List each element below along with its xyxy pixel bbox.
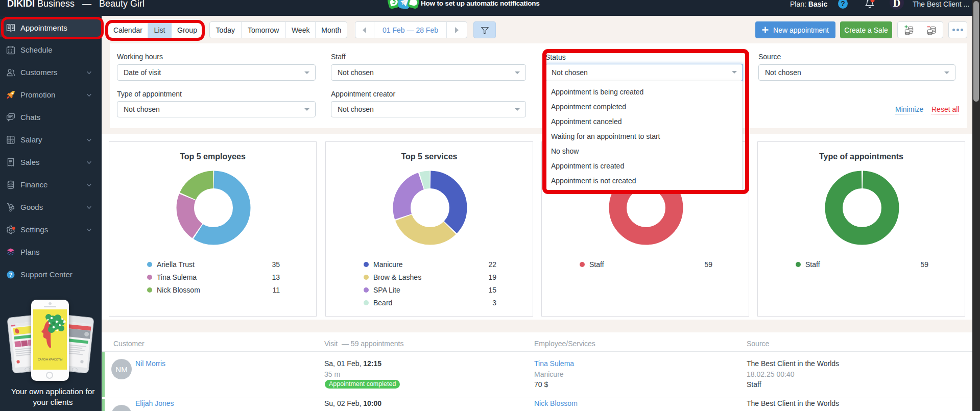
svg-text:САЛОН КРАСОТЫ: САЛОН КРАСОТЫ bbox=[38, 358, 62, 361]
svg-text:?: ? bbox=[9, 272, 12, 278]
